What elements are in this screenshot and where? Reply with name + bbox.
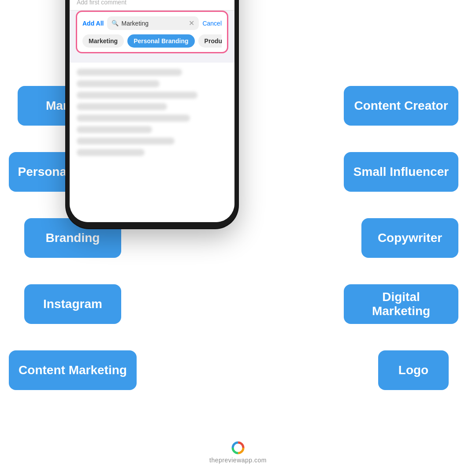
watermark-logo	[209, 441, 267, 455]
suggestions-area	[70, 63, 234, 222]
chip-product-photo[interactable]: Product Photogr...	[198, 34, 222, 48]
blur-line-4	[77, 103, 167, 110]
label-small-influencer[interactable]: Small Influencer	[344, 152, 458, 192]
blur-line-5	[77, 115, 190, 122]
first-comment-placeholder: Add first comment	[77, 0, 126, 6]
label-instagram[interactable]: Instagram	[24, 284, 121, 324]
search-row: Add All 🔍 Marketing ✕ Cancel	[82, 16, 222, 30]
search-value: Marketing	[121, 20, 186, 27]
label-logo[interactable]: Logo	[378, 350, 449, 390]
search-icon: 🔍	[112, 20, 119, 26]
blur-line-2	[77, 80, 160, 87]
label-copywriter[interactable]: Copywriter	[361, 218, 458, 258]
app-logo-icon	[231, 441, 245, 455]
watermark-url: thepreviewapp.com	[209, 457, 267, 464]
blur-line-3	[77, 92, 197, 99]
blur-line-1	[77, 69, 182, 76]
watermark: thepreviewapp.com	[209, 441, 267, 464]
hashtag-chips: Marketing Personal Branding Product Phot…	[82, 34, 222, 48]
label-content-creator[interactable]: Content Creator	[344, 86, 458, 126]
phone-screen: 1:14 📶 40 Cancel Caption Done	[70, 0, 234, 222]
first-comment-area[interactable]: Add first comment	[70, 0, 234, 11]
label-digital-marketing[interactable]: Digital Marketing	[344, 284, 458, 324]
search-input-wrap[interactable]: 🔍 Marketing ✕	[107, 16, 199, 30]
blur-line-7	[77, 138, 175, 145]
search-cancel-button[interactable]: Cancel	[202, 20, 222, 27]
phone-frame: 1:14 📶 40 Cancel Caption Done	[66, 0, 238, 228]
hashtag-search-container: Add All 🔍 Marketing ✕ Cancel Marketing P…	[76, 11, 228, 53]
clear-search-button[interactable]: ✕	[189, 19, 194, 27]
chip-marketing[interactable]: Marketing	[82, 34, 124, 48]
blur-line-8	[77, 149, 145, 156]
blur-line-6	[77, 126, 152, 133]
label-content-marketing[interactable]: Content Marketing	[9, 350, 137, 390]
add-all-button[interactable]: Add All	[82, 20, 104, 27]
chip-personal-branding[interactable]: Personal Branding	[127, 34, 194, 48]
